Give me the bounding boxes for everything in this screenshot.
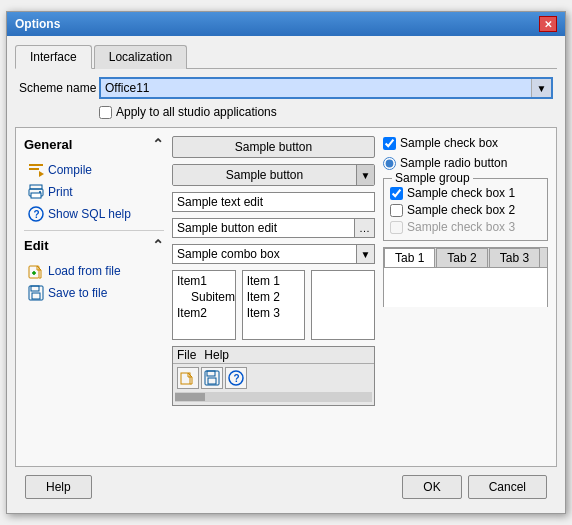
scheme-input[interactable] <box>101 79 531 97</box>
sample-button-1[interactable]: Sample button <box>172 136 375 158</box>
tree-item-1: Item1 <box>175 273 233 289</box>
title-bar-buttons: ✕ <box>539 16 557 32</box>
ok-button[interactable]: OK <box>402 475 461 499</box>
load-from-file-menu-item[interactable]: Load from file <box>24 261 164 281</box>
group-box-label: Sample group <box>392 171 473 185</box>
toolbar-icon-2[interactable] <box>201 367 223 389</box>
list-item-3: Item 3 <box>245 305 303 321</box>
bottom-bar: Help OK Cancel <box>15 467 557 505</box>
tree-list[interactable]: Item1 Subitem1 Item2 <box>172 270 236 340</box>
group-checkbox-3-label: Sample check box 3 <box>407 220 515 234</box>
group-item-3: Sample check box 3 <box>390 220 541 234</box>
list-item-2: Item 2 <box>245 289 303 305</box>
svg-rect-5 <box>31 193 41 198</box>
svg-rect-12 <box>32 293 40 299</box>
sample-combo-box[interactable]: Sample combo box <box>173 245 356 263</box>
show-sql-help-label: Show SQL help <box>48 207 131 221</box>
svg-marker-2 <box>39 171 44 177</box>
sample-button-2[interactable]: Sample button <box>173 165 356 185</box>
scheme-dropdown-btn[interactable]: ▼ <box>531 79 551 97</box>
svg-rect-13 <box>181 373 190 384</box>
group-checkbox-2-label: Sample check box 2 <box>407 203 515 217</box>
group-item-2: Sample check box 2 <box>390 203 541 217</box>
sample-combo-box-wrap: Sample combo box ▼ <box>172 244 375 264</box>
show-sql-help-menu-item[interactable]: ? Show SQL help <box>24 204 164 224</box>
sample-button-edit-wrap: … <box>172 218 375 238</box>
controls-area: Sample button Sample button ▼ … Sa <box>172 136 548 458</box>
window-title: Options <box>15 17 60 31</box>
menu-file[interactable]: File <box>177 348 196 362</box>
sample-radio-row: Sample radio button <box>383 156 548 170</box>
general-header: General ⌃ <box>24 136 164 154</box>
edit-chevron: ⌃ <box>152 237 164 253</box>
sample-checkbox-row: Sample check box <box>383 136 548 150</box>
sample-group-box: Sample group Sample check box 1 Sample c… <box>383 178 548 241</box>
sample-radio-label: Sample radio button <box>400 156 507 170</box>
save-icon <box>28 285 44 301</box>
window-body: Interface Localization Scheme name ▼ App… <box>7 36 565 513</box>
right-column: Sample check box Sample radio button Sam… <box>383 136 548 458</box>
print-icon <box>28 184 44 200</box>
group-checkbox-3[interactable] <box>390 221 403 234</box>
group-checkbox-1[interactable] <box>390 187 403 200</box>
compile-label: Compile <box>48 163 92 177</box>
list-item-1: Item 1 <box>245 273 303 289</box>
group-checkbox-2[interactable] <box>390 204 403 217</box>
scheme-label: Scheme name <box>19 81 99 95</box>
close-button[interactable]: ✕ <box>539 16 557 32</box>
tab-localization[interactable]: Localization <box>94 45 187 69</box>
sample-button-2-wrap: Sample button ▼ <box>172 164 375 186</box>
sample-button-edit[interactable] <box>173 219 354 237</box>
section-divider <box>24 230 164 231</box>
sample-text-edit[interactable] <box>172 192 375 212</box>
toolbar-icon-1[interactable] <box>177 367 199 389</box>
tab-interface[interactable]: Interface <box>15 45 92 69</box>
svg-rect-16 <box>208 378 216 384</box>
mini-scrollbar[interactable] <box>175 392 372 402</box>
save-to-file-menu-item[interactable]: Save to file <box>24 283 164 303</box>
tab-control-tab-3[interactable]: Tab 3 <box>489 248 540 267</box>
mini-toolbar-menu: File Help <box>173 347 374 364</box>
scheme-row: Scheme name ▼ <box>15 77 557 99</box>
sample-checkbox[interactable] <box>383 137 396 150</box>
sample-button-2-arrow[interactable]: ▼ <box>356 165 374 185</box>
empty-list[interactable] <box>311 270 375 340</box>
tab-control-tab-1[interactable]: Tab 1 <box>384 248 435 267</box>
print-menu-item[interactable]: Print <box>24 182 164 202</box>
compile-icon <box>28 162 44 178</box>
menu-help[interactable]: Help <box>204 348 229 362</box>
scheme-input-wrap: ▼ <box>99 77 553 99</box>
apply-label: Apply to all studio applications <box>116 105 277 119</box>
svg-text:?: ? <box>34 209 40 220</box>
mini-toolbar-icons: ? <box>173 364 374 392</box>
apply-row: Apply to all studio applications <box>15 105 557 119</box>
right-panel: Sample button Sample button ▼ … Sa <box>172 136 548 458</box>
svg-rect-3 <box>30 185 42 189</box>
cancel-button[interactable]: Cancel <box>468 475 547 499</box>
sample-radio[interactable] <box>383 157 396 170</box>
left-panel: General ⌃ Compile Print <box>24 136 164 458</box>
middle-column: Sample button Sample button ▼ … Sa <box>172 136 375 458</box>
general-chevron: ⌃ <box>152 136 164 152</box>
svg-text:?: ? <box>234 373 240 384</box>
combo-arrow[interactable]: ▼ <box>356 245 374 263</box>
svg-rect-1 <box>29 168 39 170</box>
help-button[interactable]: Help <box>25 475 92 499</box>
item-list[interactable]: Item 1 Item 2 Item 3 <box>242 270 306 340</box>
tab-control-tabs: Tab 1 Tab 2 Tab 3 <box>384 248 547 267</box>
svg-rect-15 <box>207 371 215 376</box>
bottom-right: OK Cancel <box>402 475 547 499</box>
button-edit-dots[interactable]: … <box>354 219 374 237</box>
main-area: General ⌃ Compile Print <box>15 127 557 467</box>
save-to-file-label: Save to file <box>48 286 107 300</box>
toolbar-icon-3[interactable]: ? <box>225 367 247 389</box>
main-tab-bar: Interface Localization <box>15 44 557 69</box>
show-sql-help-icon: ? <box>28 206 44 222</box>
group-item-1: Sample check box 1 <box>390 186 541 200</box>
edit-header: Edit ⌃ <box>24 237 164 255</box>
tab-control: Tab 1 Tab 2 Tab 3 <box>383 247 548 307</box>
mini-scroll-thumb <box>175 393 205 401</box>
apply-checkbox[interactable] <box>99 106 112 119</box>
compile-menu-item[interactable]: Compile <box>24 160 164 180</box>
tab-control-tab-2[interactable]: Tab 2 <box>436 248 487 267</box>
